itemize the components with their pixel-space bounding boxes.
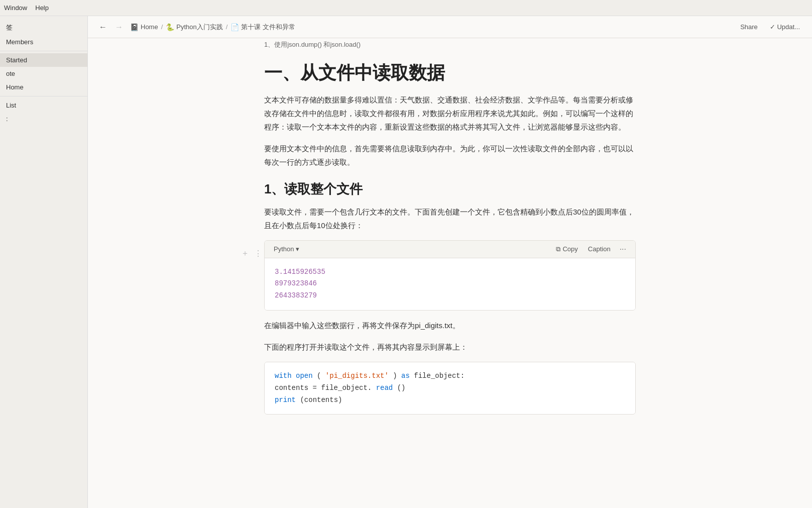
breadcrumb-sep-1: / [161,23,163,31]
code-actions-1: ⧉ Copy Caption ··· [552,244,629,255]
copy-icon-1: ⧉ [556,245,560,253]
breadcrumb-home-label: Home [141,23,158,31]
code-content-2: with open ( 'pi_digits.txt' ) as file_ob… [265,362,635,414]
sidebar-item-home[interactable]: Home [0,80,87,94]
code-line-1-0: 3.1415926535 [275,266,625,278]
home-icon: 📓 [130,23,139,31]
sidebar-item-extra[interactable]: : [0,112,87,126]
lesson-icon: 📄 [230,23,239,31]
block-add-button-1[interactable]: ＋ [239,247,251,260]
lang-label-1: Python [274,245,294,253]
section1-para1: 文本文件可存储的数据量多得难以置信：天气数据、交通数据、社会经济数据、文学作品等… [264,93,636,134]
breadcrumb-course[interactable]: 🐍 Python入门实践 [166,23,222,32]
code-line-2-0: with open ( 'pi_digits.txt' ) as file_ob… [275,370,625,382]
code-line-2-1: contents = file_object. read () [275,382,625,394]
sidebar-item-0[interactable]: 签 [0,20,87,35]
breadcrumb-lesson-label: 第十课 文件和异常 [241,23,295,32]
copy-label-1: Copy [562,245,577,253]
forward-button[interactable]: → [112,21,126,34]
content-inner: 1、使用json.dump() 和json.load() 一、从文件中读取数据 … [244,38,656,415]
code-block-1: Python ▾ ⧉ Copy Caption [264,240,636,311]
toolbar: ← → 📓 Home / 🐍 Python入门实践 / 📄 第十课 文件和异常 [88,16,812,38]
breadcrumb-course-label: Python入门实践 [176,23,222,32]
code-block-1-toolbar: Python ▾ ⧉ Copy Caption [265,241,635,258]
menu-window[interactable]: Window [4,4,27,12]
share-button[interactable]: Share [736,21,762,33]
copy-button-1[interactable]: ⧉ Copy [552,244,582,255]
code-block-1-container: ＋ ⋮⋮ Python ▾ ⧉ Copy [264,240,636,311]
app-body: 签 Members Started ote Home List : ← → 📓 … [0,16,812,508]
sidebar-item-note[interactable]: ote [0,67,87,80]
code-line-1-2: 2643383279 [275,290,625,302]
sidebar-item-members[interactable]: Members [0,35,87,49]
main-area: ← → 📓 Home / 🐍 Python入门实践 / 📄 第十课 文件和异常 [88,16,812,508]
breadcrumb-sep-2: / [226,23,228,31]
code-block-2: with open ( 'pi_digits.txt' ) as file_ob… [264,362,636,415]
code-content-1: 3.1415926535 8979323846 2643383279 [265,258,635,310]
code-line-1-1: 8979323846 [275,278,625,290]
section2-title: 1、读取整个文件 [264,181,636,198]
sidebar: 签 Members Started ote Home List : [0,16,88,508]
code-block-2-container: with open ( 'pi_digits.txt' ) as file_ob… [264,362,636,415]
code-line-2-2: print (contents) [275,394,625,407]
menu-help[interactable]: Help [35,4,49,12]
section1-para2: 要使用文本文件中的信息，首先需要将信息读取到内存中。为此，你可以一次性读取文件的… [264,142,636,169]
caption-button-1[interactable]: Caption [584,244,615,254]
section2-para3: 下面的程序打开并读取这个文件，再将其内容显示到屏幕上： [264,340,636,354]
menu-bar: Window Help [0,0,812,16]
sidebar-item-started[interactable]: Started [0,53,87,67]
sidebar-divider-1 [0,51,87,51]
python-icon: 🐍 [166,23,174,31]
section2-para2: 在编辑器中输入这些数据行，再将文件保存为pi_digits.txt。 [264,319,636,332]
toolbar-actions: Share ✓ Updat... [736,21,804,33]
toc-item: 1、使用json.dump() 和json.load() [264,38,636,51]
update-button[interactable]: ✓ Updat... [766,21,804,33]
breadcrumb-lesson[interactable]: 📄 第十课 文件和异常 [230,23,295,32]
caption-label-1: Caption [588,245,611,253]
sidebar-item-list[interactable]: List [0,98,87,112]
breadcrumb-home[interactable]: 📓 Home [130,23,158,31]
section2-para1: 要读取文件，需要一个包含几行文本的文件。下面首先创建一个文件，它包含精确到小数点… [264,205,636,232]
toolbar-nav: ← → [96,21,126,34]
breadcrumb: 📓 Home / 🐍 Python入门实践 / 📄 第十课 文件和异常 [130,23,732,32]
back-button[interactable]: ← [96,21,110,34]
content-area[interactable]: 1、使用json.dump() 和json.load() 一、从文件中读取数据 … [88,38,812,508]
sidebar-divider-2 [0,96,87,96]
lang-selector-1[interactable]: Python ▾ [271,244,302,254]
section1-title: 一、从文件中读取数据 [264,61,636,85]
more-button-1[interactable]: ··· [617,244,629,255]
lang-chevron-icon: ▾ [296,245,299,253]
